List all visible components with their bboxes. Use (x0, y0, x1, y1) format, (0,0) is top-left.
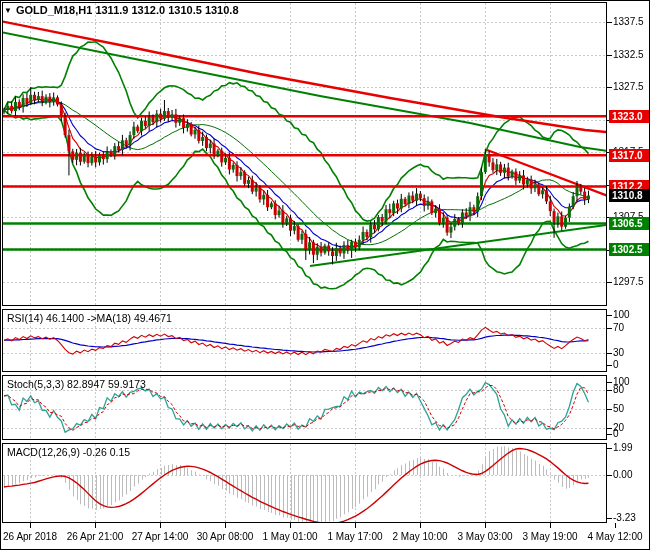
chart-title-row: ▼GOLD_M18,H1 1311.9 1312.0 1310.5 1310.8 (4, 4, 239, 16)
stoch-scale-label: 80 (613, 384, 624, 396)
price-level-badge: 1323.0 (609, 110, 649, 123)
rsi-scale-label: 0 (613, 359, 619, 371)
time-tick-label: 1 May 01:00 (258, 531, 322, 543)
macd-scale-label: -3.23 (613, 512, 636, 524)
price-level-badge: 1317.0 (609, 149, 649, 162)
symbol-title: GOLD_M18,H1 1311.9 1312.0 1310.5 1310.8 (16, 4, 239, 16)
price-tick-label: 1297.5 (613, 276, 644, 288)
time-tick-label: 27 Apr 14:00 (128, 531, 192, 543)
macd-scale-label: 0.00 (613, 469, 632, 481)
stoch-scale-label: 50 (613, 403, 624, 415)
price-tick-label: 1327.5 (613, 81, 644, 93)
price-tick-label: 1337.5 (613, 16, 644, 28)
stoch-scale-label: 0 (613, 428, 619, 440)
time-tick-label: 4 May 12:00 (583, 531, 647, 543)
chart-window: ▼GOLD_M18,H1 1311.9 1312.0 1310.5 1310.8… (0, 0, 650, 550)
price-level-badge: 1302.5 (609, 243, 649, 256)
time-tick-label: 1 May 17:00 (323, 531, 387, 543)
time-tick-label: 3 May 19:00 (518, 531, 582, 543)
rsi-scale-label: 30 (613, 347, 624, 359)
macd-scale-label: 1.99 (613, 442, 632, 454)
time-tick-label: 30 Apr 08:00 (193, 531, 257, 543)
rsi-scale-label: 70 (613, 322, 624, 334)
rsi-title: RSI(14) 46.1400 ->MA(18) 49.4671 (7, 312, 172, 324)
time-tick-label: 3 May 03:00 (453, 531, 517, 543)
current-price-badge: 1310.8 (609, 189, 649, 202)
symbol-dropdown-icon[interactable]: ▼ (4, 6, 12, 15)
rsi-scale-label: 100 (613, 309, 630, 321)
time-tick-label: 26 Apr 2018 (0, 531, 62, 543)
time-tick-label: 26 Apr 21:00 (63, 531, 127, 543)
time-tick-label: 2 May 10:00 (388, 531, 452, 543)
stoch-title: Stoch(5,3,3) 82.8947 59.9173 (7, 378, 146, 390)
chart-overlay: ▼GOLD_M18,H1 1311.9 1312.0 1310.5 1310.8… (0, 0, 650, 550)
price-level-badge: 1306.5 (609, 217, 649, 230)
price-tick-label: 1332.5 (613, 49, 644, 61)
macd-title: MACD(12,26,9) -0.26 0.15 (7, 446, 130, 458)
